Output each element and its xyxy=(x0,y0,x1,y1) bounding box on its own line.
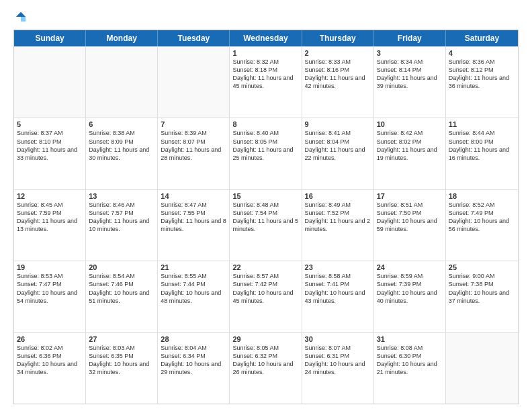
header-day-sunday: Sunday xyxy=(14,30,86,46)
cell-info: Sunrise: 8:46 AM Sunset: 7:57 PM Dayligh… xyxy=(89,201,154,234)
day-number: 13 xyxy=(89,192,154,200)
cell-info: Sunrise: 8:54 AM Sunset: 7:46 PM Dayligh… xyxy=(89,272,154,305)
day-number: 26 xyxy=(17,335,83,343)
day-number: 19 xyxy=(17,263,83,271)
day-cell-1: 1Sunrise: 8:32 AM Sunset: 8:18 PM Daylig… xyxy=(230,47,302,118)
header-day-monday: Monday xyxy=(86,30,158,46)
calendar-row-4: 26Sunrise: 8:02 AM Sunset: 6:36 PM Dayli… xyxy=(14,332,518,404)
day-number: 10 xyxy=(377,120,443,128)
day-number: 20 xyxy=(89,263,154,271)
cell-info: Sunrise: 8:07 AM Sunset: 6:31 PM Dayligh… xyxy=(305,344,371,377)
day-cell-25: 25Sunrise: 9:00 AM Sunset: 7:38 PM Dayli… xyxy=(446,261,518,332)
cell-info: Sunrise: 8:36 AM Sunset: 8:12 PM Dayligh… xyxy=(449,58,515,91)
day-cell-28: 28Sunrise: 8:04 AM Sunset: 6:34 PM Dayli… xyxy=(158,333,230,404)
day-cell-5: 5Sunrise: 8:37 AM Sunset: 8:10 PM Daylig… xyxy=(14,118,86,189)
day-number: 4 xyxy=(449,49,515,57)
cell-info: Sunrise: 8:33 AM Sunset: 8:16 PM Dayligh… xyxy=(305,58,371,91)
day-number: 1 xyxy=(232,49,298,57)
day-number: 5 xyxy=(17,120,83,128)
day-cell-6: 6Sunrise: 8:38 AM Sunset: 8:09 PM Daylig… xyxy=(86,118,158,189)
day-cell-17: 17Sunrise: 8:51 AM Sunset: 7:50 PM Dayli… xyxy=(374,190,446,261)
cell-info: Sunrise: 8:58 AM Sunset: 7:41 PM Dayligh… xyxy=(305,272,371,305)
empty-cell xyxy=(158,47,230,118)
calendar-row-3: 19Sunrise: 8:53 AM Sunset: 7:47 PM Dayli… xyxy=(14,261,518,332)
cell-info: Sunrise: 8:52 AM Sunset: 7:49 PM Dayligh… xyxy=(449,201,515,234)
day-number: 12 xyxy=(17,192,83,200)
cell-info: Sunrise: 8:04 AM Sunset: 6:34 PM Dayligh… xyxy=(161,344,226,377)
day-number: 9 xyxy=(305,120,371,128)
cell-info: Sunrise: 8:03 AM Sunset: 6:35 PM Dayligh… xyxy=(89,344,154,377)
day-cell-14: 14Sunrise: 8:47 AM Sunset: 7:55 PM Dayli… xyxy=(158,190,230,261)
day-cell-10: 10Sunrise: 8:42 AM Sunset: 8:02 PM Dayli… xyxy=(374,118,446,189)
day-number: 14 xyxy=(161,192,226,200)
svg-marker-0 xyxy=(16,12,26,17)
day-cell-30: 30Sunrise: 8:07 AM Sunset: 6:31 PM Dayli… xyxy=(302,333,374,404)
day-number: 30 xyxy=(305,335,371,343)
cell-info: Sunrise: 8:44 AM Sunset: 8:00 PM Dayligh… xyxy=(449,129,515,162)
day-cell-21: 21Sunrise: 8:55 AM Sunset: 7:44 PM Dayli… xyxy=(158,261,230,332)
header-day-friday: Friday xyxy=(374,30,446,46)
day-number: 18 xyxy=(449,192,515,200)
day-cell-2: 2Sunrise: 8:33 AM Sunset: 8:16 PM Daylig… xyxy=(302,47,374,118)
cell-info: Sunrise: 8:39 AM Sunset: 8:07 PM Dayligh… xyxy=(161,129,226,162)
day-cell-15: 15Sunrise: 8:48 AM Sunset: 7:54 PM Dayli… xyxy=(230,190,302,261)
empty-cell xyxy=(446,333,518,404)
day-number: 21 xyxy=(161,263,226,271)
cell-info: Sunrise: 8:57 AM Sunset: 7:42 PM Dayligh… xyxy=(232,272,298,305)
header-day-thursday: Thursday xyxy=(302,30,374,46)
cell-info: Sunrise: 8:37 AM Sunset: 8:10 PM Dayligh… xyxy=(17,129,83,162)
day-cell-29: 29Sunrise: 8:05 AM Sunset: 6:32 PM Dayli… xyxy=(230,333,302,404)
cell-info: Sunrise: 8:32 AM Sunset: 8:18 PM Dayligh… xyxy=(232,58,298,91)
day-number: 27 xyxy=(89,335,154,343)
day-number: 31 xyxy=(377,335,443,343)
header-day-wednesday: Wednesday xyxy=(230,30,302,46)
cell-info: Sunrise: 8:47 AM Sunset: 7:55 PM Dayligh… xyxy=(161,201,226,234)
day-cell-26: 26Sunrise: 8:02 AM Sunset: 6:36 PM Dayli… xyxy=(14,333,86,404)
day-cell-9: 9Sunrise: 8:41 AM Sunset: 8:04 PM Daylig… xyxy=(302,118,374,189)
day-number: 2 xyxy=(305,49,371,57)
header-day-tuesday: Tuesday xyxy=(158,30,230,46)
day-number: 15 xyxy=(232,192,298,200)
day-cell-22: 22Sunrise: 8:57 AM Sunset: 7:42 PM Dayli… xyxy=(230,261,302,332)
cell-info: Sunrise: 8:49 AM Sunset: 7:52 PM Dayligh… xyxy=(305,201,371,234)
calendar-row-2: 12Sunrise: 8:45 AM Sunset: 7:59 PM Dayli… xyxy=(14,189,518,261)
empty-cell xyxy=(86,47,158,118)
cell-info: Sunrise: 8:42 AM Sunset: 8:02 PM Dayligh… xyxy=(377,129,443,162)
calendar-row-0: 1Sunrise: 8:32 AM Sunset: 8:18 PM Daylig… xyxy=(14,46,518,118)
day-number: 24 xyxy=(377,263,443,271)
day-cell-19: 19Sunrise: 8:53 AM Sunset: 7:47 PM Dayli… xyxy=(14,261,86,332)
cell-info: Sunrise: 8:02 AM Sunset: 6:36 PM Dayligh… xyxy=(17,344,83,377)
cell-info: Sunrise: 8:40 AM Sunset: 8:05 PM Dayligh… xyxy=(232,129,298,162)
day-cell-3: 3Sunrise: 8:34 AM Sunset: 8:14 PM Daylig… xyxy=(374,47,446,118)
day-cell-4: 4Sunrise: 8:36 AM Sunset: 8:12 PM Daylig… xyxy=(446,47,518,118)
day-cell-12: 12Sunrise: 8:45 AM Sunset: 7:59 PM Dayli… xyxy=(14,190,86,261)
calendar-header: SundayMondayTuesdayWednesdayThursdayFrid… xyxy=(14,30,518,46)
calendar: SundayMondayTuesdayWednesdayThursdayFrid… xyxy=(13,30,519,404)
cell-info: Sunrise: 8:48 AM Sunset: 7:54 PM Dayligh… xyxy=(232,201,298,234)
cell-info: Sunrise: 8:51 AM Sunset: 7:50 PM Dayligh… xyxy=(377,201,443,234)
day-cell-23: 23Sunrise: 8:58 AM Sunset: 7:41 PM Dayli… xyxy=(302,261,374,332)
day-number: 25 xyxy=(449,263,515,271)
cell-info: Sunrise: 8:38 AM Sunset: 8:09 PM Dayligh… xyxy=(89,129,154,162)
day-number: 6 xyxy=(89,120,154,128)
day-number: 7 xyxy=(161,120,226,128)
day-number: 3 xyxy=(377,49,443,57)
day-number: 23 xyxy=(305,263,371,271)
empty-cell xyxy=(14,47,86,118)
day-cell-31: 31Sunrise: 8:08 AM Sunset: 6:30 PM Dayli… xyxy=(374,333,446,404)
cell-info: Sunrise: 9:00 AM Sunset: 7:38 PM Dayligh… xyxy=(449,272,515,305)
cell-info: Sunrise: 8:55 AM Sunset: 7:44 PM Dayligh… xyxy=(161,272,226,305)
calendar-body: 1Sunrise: 8:32 AM Sunset: 8:18 PM Daylig… xyxy=(14,46,518,404)
day-number: 22 xyxy=(232,263,298,271)
logo-icon xyxy=(15,11,27,23)
day-number: 11 xyxy=(449,120,515,128)
calendar-row-1: 5Sunrise: 8:37 AM Sunset: 8:10 PM Daylig… xyxy=(14,118,518,189)
cell-info: Sunrise: 8:59 AM Sunset: 7:39 PM Dayligh… xyxy=(377,272,443,305)
cell-info: Sunrise: 8:08 AM Sunset: 6:30 PM Dayligh… xyxy=(377,344,443,377)
day-number: 29 xyxy=(232,335,298,343)
day-number: 8 xyxy=(232,120,298,128)
day-cell-13: 13Sunrise: 8:46 AM Sunset: 7:57 PM Dayli… xyxy=(86,190,158,261)
day-number: 17 xyxy=(377,192,443,200)
day-number: 28 xyxy=(161,335,226,343)
svg-marker-1 xyxy=(21,17,26,21)
